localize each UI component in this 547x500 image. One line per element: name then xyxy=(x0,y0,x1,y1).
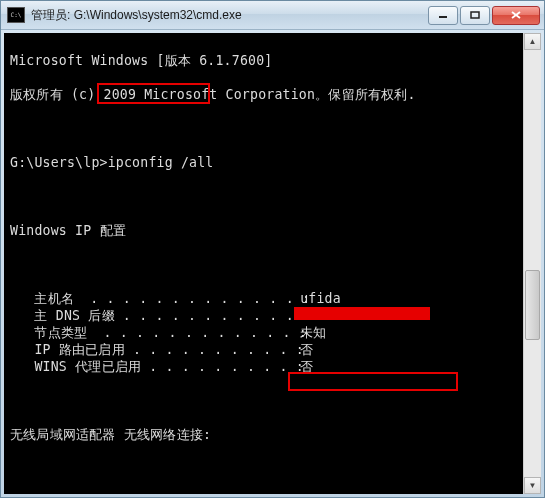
scroll-up-button[interactable]: ▲ xyxy=(524,33,541,50)
line-copyright: 版权所有 (c) 2009 Microsoft Corporation。保留所有… xyxy=(10,86,519,103)
vertical-scrollbar[interactable]: ▲ ▼ xyxy=(523,33,541,494)
prompt-path: G:\Users\lp> xyxy=(10,155,108,170)
config-value: 否 xyxy=(292,341,313,358)
maximize-button[interactable] xyxy=(460,6,490,25)
close-icon xyxy=(511,11,521,19)
scroll-track[interactable] xyxy=(524,50,541,477)
config-value: 否 xyxy=(292,358,313,375)
config-row: 节点类型 . . . . . . . . . . . . : 未知 xyxy=(10,324,519,341)
close-button[interactable] xyxy=(492,6,540,25)
config-label: IP 路由已启用 . . . . . . . . . . : xyxy=(10,341,292,358)
scroll-thumb[interactable] xyxy=(525,270,540,340)
config-row: WINS 代理已启用 . . . . . . . . . : 否 xyxy=(10,358,519,375)
config-row: 主机名 . . . . . . . . . . . . . : ufida xyxy=(10,290,519,307)
prompt-line: G:\Users\lp>ipconfig /all xyxy=(10,154,519,171)
config-label: 主机名 . . . . . . . . . . . . . : xyxy=(10,290,292,307)
maximize-icon xyxy=(470,11,480,19)
minimize-icon xyxy=(438,11,448,19)
console-output[interactable]: Microsoft Windows [版本 6.1.7600] 版权所有 (c)… xyxy=(4,33,523,494)
window-buttons xyxy=(428,6,540,25)
line-version: Microsoft Windows [版本 6.1.7600] xyxy=(10,52,519,69)
blank-line xyxy=(10,460,519,477)
svg-rect-1 xyxy=(471,12,479,18)
titlebar[interactable]: 管理员: G:\Windows\system32\cmd.exe xyxy=(1,1,544,30)
blank-line xyxy=(10,256,519,273)
minimize-button[interactable] xyxy=(428,6,458,25)
scroll-down-button[interactable]: ▼ xyxy=(524,477,541,494)
config-label: WINS 代理已启用 . . . . . . . . . : xyxy=(10,358,292,375)
config-row: 主 DNS 后缀 . . . . . . . . . . . : xyxy=(10,307,519,324)
blank-line xyxy=(10,392,519,409)
config-row: IP 路由已启用 . . . . . . . . . . : 否 xyxy=(10,341,519,358)
console-client-area: Microsoft Windows [版本 6.1.7600] 版权所有 (c)… xyxy=(1,30,544,497)
config-label: 主 DNS 后缀 . . . . . . . . . . . : xyxy=(10,307,292,324)
config-value: 未知 xyxy=(292,324,327,341)
typed-command: ipconfig /all xyxy=(108,155,214,170)
window-title: 管理员: G:\Windows\system32\cmd.exe xyxy=(31,7,428,24)
blank-line xyxy=(10,188,519,205)
highlight-ipv4 xyxy=(288,372,458,391)
cmd-icon xyxy=(7,7,25,23)
config-value: ufida xyxy=(292,290,341,307)
window-frame: 管理员: G:\Windows\system32\cmd.exe Microso… xyxy=(0,0,545,498)
heading-adapter: 无线局域网适配器 无线网络连接: xyxy=(10,426,519,443)
blank-line xyxy=(10,120,519,137)
config-label: 节点类型 . . . . . . . . . . . . : xyxy=(10,324,292,341)
heading-ipconfig: Windows IP 配置 xyxy=(10,222,519,239)
